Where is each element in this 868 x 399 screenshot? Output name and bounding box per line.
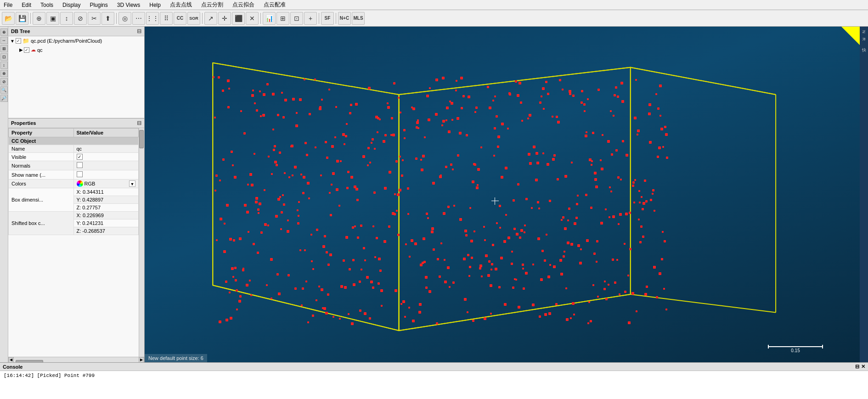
left-tool-8[interactable]: 🔍 bbox=[0, 86, 8, 94]
menu-custom1[interactable]: 点去点线 bbox=[168, 0, 194, 10]
prop-colors-label: Colors bbox=[9, 180, 74, 188]
prop-normals-value[interactable] bbox=[73, 161, 139, 170]
colors-text: RGB bbox=[85, 181, 96, 186]
right-label-n: N bbox=[861, 28, 867, 35]
properties-header: Properties ⊟ bbox=[8, 118, 144, 128]
left-tool-1[interactable]: ⊕ bbox=[0, 28, 8, 36]
sep6 bbox=[336, 13, 336, 24]
left-tool-5[interactable]: ↕ bbox=[0, 62, 8, 69]
root-checkbox[interactable]: ✓ bbox=[16, 38, 21, 44]
cloud-icon: ☁ bbox=[31, 47, 36, 53]
console-log-entry: [16:14:42] [Picked] Point #799 bbox=[4, 373, 864, 378]
toolbar-rect2[interactable]: ⬛ bbox=[232, 12, 245, 25]
toolbar-sor[interactable]: SOR bbox=[187, 12, 200, 25]
db-tree-header: DB Tree ⊟ bbox=[8, 27, 144, 36]
tree-item-child[interactable]: ▶ ✓ ☁ qc bbox=[8, 45, 144, 54]
menu-file[interactable]: File bbox=[2, 1, 14, 9]
left-tool-2[interactable]: ↔ bbox=[0, 37, 8, 44]
right-label-r: R bbox=[861, 36, 867, 43]
svg-line-5 bbox=[399, 294, 631, 331]
scroll-left[interactable]: ◀ bbox=[8, 357, 14, 363]
properties-panel: Properties ⊟ Property State/Value bbox=[8, 118, 144, 362]
prop-box-label: Box dimensi... bbox=[9, 188, 74, 212]
prop-shifted-x-row: Shifted box c... X: 0.226969 bbox=[9, 212, 139, 219]
left-tool-7[interactable]: ⊘ bbox=[0, 78, 8, 85]
toolbar-add[interactable]: ⊕ bbox=[33, 12, 45, 25]
colors-dropdown[interactable]: ▼ bbox=[129, 180, 135, 187]
console-content: [16:14:42] [Picked] Point #799 bbox=[0, 371, 868, 399]
toolbar-mls[interactable]: MLS bbox=[352, 12, 365, 25]
right-panel: N R 快 bbox=[860, 27, 868, 362]
toolbar-cc[interactable]: CC bbox=[174, 12, 186, 25]
toolbar-pick[interactable]: ◎ bbox=[118, 12, 131, 25]
left-tool-9[interactable]: 🔎 bbox=[0, 95, 8, 102]
console-restore[interactable]: ⊟ bbox=[855, 364, 859, 370]
toolbar-view1[interactable]: ⊞ bbox=[276, 12, 289, 25]
menu-plugins[interactable]: Plugins bbox=[88, 1, 109, 9]
toolbar-cross[interactable]: ✛ bbox=[218, 12, 231, 25]
left-tools: ⊕ ↔ ⊞ ⊡ ↕ ⊗ ⊘ 🔍 🔎 bbox=[0, 27, 8, 362]
sep1 bbox=[30, 13, 31, 24]
prop-visible-value[interactable]: ✓ bbox=[73, 153, 139, 161]
prop-shifted-z: Z: -0.268537 bbox=[73, 227, 139, 235]
prop-name-value: qc bbox=[73, 145, 139, 153]
prop-shifted-label: Shifted box c... bbox=[9, 212, 74, 235]
toolbar-dots3[interactable]: ⠿ bbox=[160, 12, 173, 25]
toolbar-filter[interactable]: ⊘ bbox=[74, 12, 87, 25]
prop-box-x: X: 0.344311 bbox=[73, 188, 139, 196]
console-close-btn[interactable]: ✕ bbox=[861, 364, 865, 370]
root-label: qc.pcd (E:/pycharm/PointCloud) bbox=[31, 38, 102, 44]
tree-item-root[interactable]: ▼ ✓ 📁 qc.pcd (E:/pycharm/PointCloud) bbox=[8, 36, 144, 45]
prop-normals-label: Normals bbox=[9, 161, 74, 170]
expand-arrow: ▼ bbox=[10, 39, 15, 44]
scroll-right[interactable]: ▶ bbox=[139, 357, 144, 363]
properties-close[interactable]: ⊟ bbox=[137, 120, 141, 126]
sep5 bbox=[319, 13, 319, 24]
menu-tools[interactable]: Tools bbox=[39, 1, 55, 9]
props-scrollbar-thumb[interactable] bbox=[139, 130, 144, 148]
scale-bar: 0.15 bbox=[768, 346, 823, 353]
toolbar-x[interactable]: ✕ bbox=[246, 12, 259, 25]
menu-3dviews[interactable]: 3D Views bbox=[115, 1, 142, 9]
menu-display[interactable]: Display bbox=[61, 1, 82, 9]
horiz-thumb[interactable] bbox=[16, 360, 43, 363]
scale-line bbox=[768, 346, 823, 347]
menu-custom3[interactable]: 点云拟合 bbox=[231, 0, 256, 10]
prop-colors-value[interactable]: RGB ▼ bbox=[73, 180, 139, 188]
child-label: qc bbox=[37, 47, 43, 53]
toolbar-cut[interactable]: ✂ bbox=[88, 12, 101, 25]
toolbar-dots2[interactable]: ⋮⋮ bbox=[146, 12, 159, 25]
left-tool-4[interactable]: ⊡ bbox=[0, 53, 8, 61]
toolbar-open[interactable]: 📂 bbox=[2, 12, 15, 25]
menu-edit[interactable]: Edit bbox=[20, 1, 33, 9]
viewport-status: New default point size: 6 bbox=[145, 354, 207, 362]
left-tool-3[interactable]: ⊞ bbox=[0, 45, 8, 52]
col-property: Property bbox=[9, 129, 74, 137]
menu-help[interactable]: Help bbox=[147, 1, 163, 9]
toolbar-sf[interactable]: SF bbox=[321, 12, 334, 25]
prop-showname-value[interactable] bbox=[73, 170, 139, 180]
db-tree-close[interactable]: ⊟ bbox=[137, 28, 141, 34]
child-checkbox[interactable]: ✓ bbox=[24, 47, 29, 53]
toolbar-plus[interactable]: + bbox=[304, 12, 317, 25]
menu-custom4[interactable]: 点云配准 bbox=[262, 0, 287, 10]
menu-custom2[interactable]: 点云分割 bbox=[199, 0, 225, 10]
toolbar-save[interactable]: 💾 bbox=[16, 12, 28, 25]
svg-line-12 bbox=[631, 67, 776, 95]
props-horiz-scrollbar[interactable]: ◀ ▶ bbox=[8, 357, 144, 362]
toolbar-up[interactable]: ⬆ bbox=[101, 12, 114, 25]
toolbar-view2[interactable]: ⊡ bbox=[290, 12, 303, 25]
toolbar-arrow[interactable]: ↗ bbox=[204, 12, 217, 25]
toolbar-select-all[interactable]: ▣ bbox=[46, 12, 59, 25]
left-tool-6[interactable]: ⊗ bbox=[0, 70, 8, 77]
toolbar-dots[interactable]: ⋯ bbox=[132, 12, 145, 25]
props-scrollbar[interactable] bbox=[139, 128, 144, 357]
svg-marker-0 bbox=[213, 63, 399, 331]
toolbar-move[interactable]: ↕ bbox=[60, 12, 73, 25]
db-tree-title: DB Tree bbox=[11, 28, 30, 34]
toolbar-chart[interactable]: 📊 bbox=[263, 12, 276, 25]
toolbar-nc[interactable]: N+C bbox=[338, 12, 351, 25]
prop-box-y: Y: 0.428897 bbox=[73, 196, 139, 204]
viewport[interactable]: 0.15 New default point size: 6 bbox=[145, 27, 860, 362]
svg-line-3 bbox=[399, 67, 631, 95]
